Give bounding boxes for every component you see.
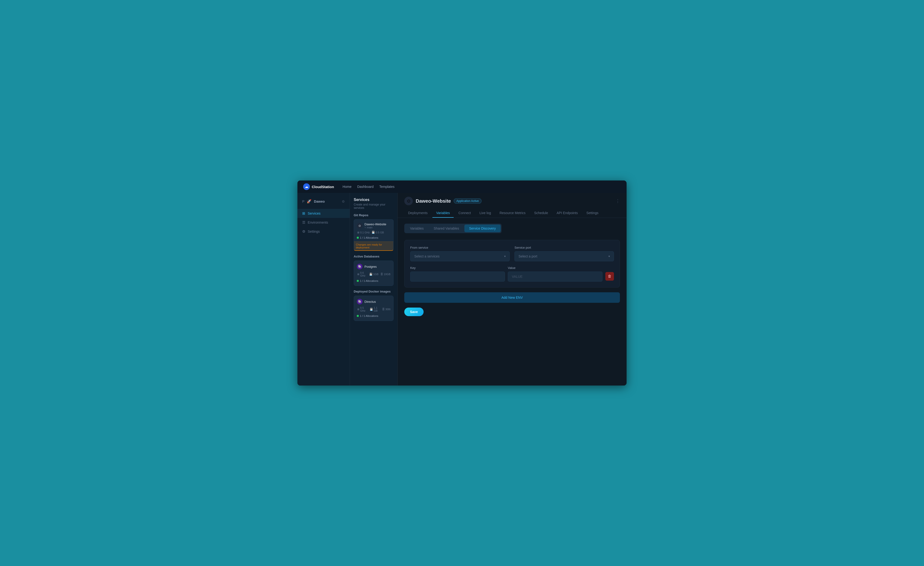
sidebar-item-settings[interactable]: ⚙ Settings: [297, 227, 350, 236]
metric-cpu: 🖥 0.1 GHz: [357, 231, 370, 234]
from-service-arrow-icon: ▾: [504, 255, 506, 258]
service-card-daweo[interactable]: ⊙ Daweo-Website ⑂ main 🖥 0.1 GHz 💾: [354, 219, 393, 251]
settings-icon: ⚙: [302, 229, 305, 234]
key-value-row: Key Value 🗑: [410, 266, 614, 282]
alloc-dot: [357, 237, 359, 239]
logo-icon: ☁: [303, 183, 310, 190]
service-card-postgres[interactable]: 🐘 Postgres 🖥 0.6 GHz 💾 1GB �: [354, 261, 393, 286]
service-card-directus-name: Directus: [364, 300, 376, 304]
key-group: Key: [410, 266, 505, 282]
service-card-directus-metrics: 🖥 0.5 GHz 💾 1.1 GB 🗄 300t: [357, 306, 390, 312]
subtab-sharedvariables[interactable]: Shared Variables: [429, 225, 464, 232]
sidebar-item-environments[interactable]: ☰ Environments: [297, 218, 350, 227]
sidebar-settings-label: Settings: [308, 230, 320, 234]
left-panel-subtitle: Create and manage your services: [354, 203, 393, 210]
service-card-directus-avatar: 🐘: [357, 299, 363, 304]
right-panel: ⊙ Daweo-Website Application Active ⋮ Dep…: [398, 193, 627, 386]
subtab-servicediscovery[interactable]: Service Discovery: [464, 225, 501, 232]
service-card-postgres-avatar: 🐘: [357, 264, 363, 270]
service-card-postgres-metrics: 🖥 0.6 GHz 💾 1GB 🗄 10GB: [357, 271, 390, 277]
tab-connect[interactable]: Connect: [454, 209, 475, 218]
service-card-postgres-name: Postgres: [364, 265, 376, 268]
app-title: Daweo-Website: [416, 198, 451, 204]
service-port-group: Service port Select a port ▾: [514, 246, 614, 261]
logo: ☁ CloudStation: [303, 183, 334, 190]
service-card-daweo-header: ⊙ Daweo-Website ⑂ main: [357, 222, 390, 229]
app-window: ☁ CloudStation Home Dashboard Templates …: [297, 180, 627, 386]
git-repos-heading: Git Repos: [354, 213, 393, 217]
service-card-daweo-metrics: 🖥 0.1 GHz 💾 0.5 GB: [357, 231, 390, 234]
left-panel-title: Services: [354, 198, 393, 202]
nav-templates[interactable]: Templates: [379, 185, 394, 189]
service-port-placeholder: Select a port: [519, 255, 537, 258]
add-env-button[interactable]: Add New ENV: [404, 292, 620, 303]
service-card-daweo-avatar: ⊙: [357, 223, 363, 229]
nav-home[interactable]: Home: [342, 185, 351, 189]
top-nav-links: Home Dashboard Templates: [342, 185, 394, 189]
nav-dashboard[interactable]: Dashboard: [357, 185, 374, 189]
tab-apiendpoints[interactable]: API Endpoints: [553, 209, 582, 218]
sidebar-project-name: Daweo: [314, 199, 325, 204]
from-service-placeholder: Select a services: [414, 255, 440, 258]
databases-heading: Active Databases: [354, 255, 393, 258]
value-label: Value: [508, 266, 603, 270]
sidebar-project: P 🚀 Daweo ⚙: [297, 197, 350, 206]
environments-icon: ☰: [302, 220, 305, 225]
key-label: Key: [410, 266, 505, 270]
tab-deployments[interactable]: Deployments: [404, 209, 432, 218]
subtab-variables[interactable]: Variables: [405, 225, 428, 232]
service-port-arrow-icon: ▾: [609, 255, 610, 258]
sub-tabs: Variables Shared Variables Service Disco…: [404, 224, 502, 233]
sidebar: P 🚀 Daweo ⚙ ⊞ Services ☰ Environments ⚙ …: [297, 193, 350, 386]
save-button[interactable]: Save: [404, 308, 424, 316]
discovery-form: From service Select a services ▾ Service…: [404, 240, 620, 287]
from-service-label: From service: [410, 246, 510, 249]
service-port-select[interactable]: Select a port ▾: [514, 251, 614, 261]
tab-settings[interactable]: Settings: [583, 209, 603, 218]
service-card-postgres-header: 🐘 Postgres: [357, 264, 390, 270]
docker-images-heading: Deployed Docker images: [354, 290, 393, 293]
service-card-daweo-branch: ⑂ main: [364, 226, 386, 229]
delete-env-button[interactable]: 🗑: [605, 272, 614, 281]
tab-resourcemetrics[interactable]: Resource Metrics: [496, 209, 529, 218]
sidebar-project-icon2: 🚀: [307, 199, 312, 204]
service-card-directus-alloc: 1 / 1 Allocations: [357, 314, 378, 317]
content-area: Services Create and manage your services…: [350, 193, 627, 386]
service-card-directus[interactable]: 🐘 Directus 🖥 0.5 GHz 💾 1.1 GB: [354, 296, 393, 321]
tab-schedule[interactable]: Schedule: [530, 209, 552, 218]
key-input[interactable]: [410, 271, 505, 282]
sidebar-item-services[interactable]: ⊞ Services: [297, 209, 350, 218]
main-layout: P 🚀 Daweo ⚙ ⊞ Services ☰ Environments ⚙ …: [297, 193, 627, 386]
service-card-daweo-warning: Changes are ready for deployment: [354, 241, 393, 250]
tab-variables[interactable]: Variables: [432, 209, 454, 218]
app-more-icon[interactable]: ⋮: [616, 198, 620, 204]
sidebar-environments-label: Environments: [308, 220, 328, 225]
form-row-service-port: From service Select a services ▾ Service…: [410, 246, 614, 261]
app-header: ⊙ Daweo-Website Application Active ⋮ Dep…: [398, 193, 627, 218]
app-title-row: ⊙ Daweo-Website Application Active ⋮: [404, 197, 620, 205]
project-prefix-icon: P: [302, 199, 304, 204]
app-avatar: ⊙: [404, 197, 413, 205]
left-panel: Services Create and manage your services…: [350, 193, 398, 386]
app-content: Variables Shared Variables Service Disco…: [398, 218, 627, 386]
app-status-badge: Application Active: [454, 198, 482, 204]
value-input[interactable]: [508, 271, 603, 282]
service-card-directus-header: 🐘 Directus: [357, 299, 390, 304]
app-tabs: Deployments Variables Connect Live log R…: [404, 209, 620, 218]
service-card-postgres-alloc: 1 / 1 Allocations: [357, 279, 378, 282]
service-port-label: Service port: [514, 246, 614, 249]
tab-livelog[interactable]: Live log: [476, 209, 495, 218]
services-icon: ⊞: [302, 211, 305, 216]
top-nav: ☁ CloudStation Home Dashboard Templates: [297, 180, 627, 193]
service-card-daweo-alloc: 1 / 1 Allocations: [357, 236, 378, 239]
metric-ram: 💾 0.5 GB: [372, 231, 384, 234]
value-group: Value: [508, 266, 603, 282]
brand-name: CloudStation: [312, 185, 334, 189]
from-service-select[interactable]: Select a services ▾: [410, 251, 510, 261]
service-card-daweo-name: Daweo-Website: [364, 222, 386, 226]
sidebar-services-label: Services: [308, 211, 321, 215]
from-service-group: From service Select a services ▾: [410, 246, 510, 261]
sidebar-project-settings-icon[interactable]: ⚙: [342, 199, 345, 204]
